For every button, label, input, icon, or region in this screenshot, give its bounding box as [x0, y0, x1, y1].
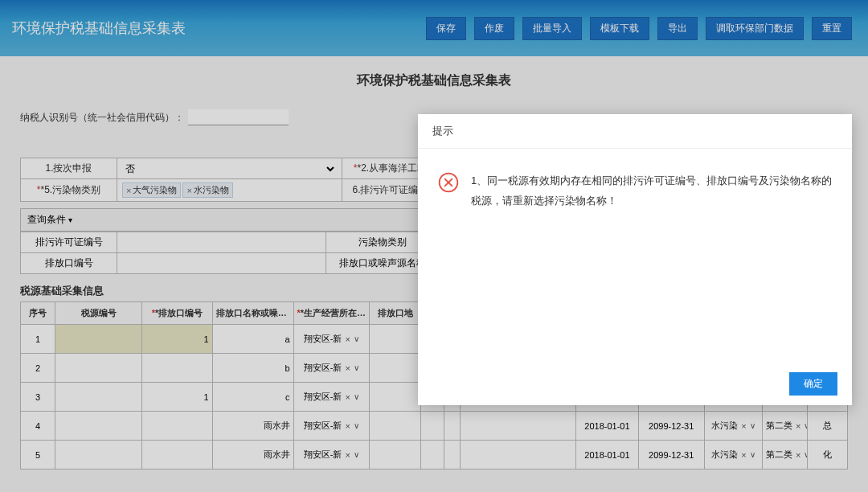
dialog-body: 1、同一税源有效期内存在相同的排污许可证编号、排放口编号及污染物名称的税源，请重…: [418, 149, 852, 363]
dialog-title: 提示: [418, 114, 852, 149]
prompt-dialog: 提示 1、同一税源有效期内存在相同的排污许可证编号、排放口编号及污染物名称的税源…: [418, 114, 852, 405]
dialog-footer: 确定: [418, 363, 852, 405]
ok-button[interactable]: 确定: [789, 372, 837, 396]
error-icon: [437, 171, 460, 194]
dialog-message: 1、同一税源有效期内存在相同的排污许可证编号、排放口编号及污染物名称的税源，请重…: [471, 171, 833, 211]
